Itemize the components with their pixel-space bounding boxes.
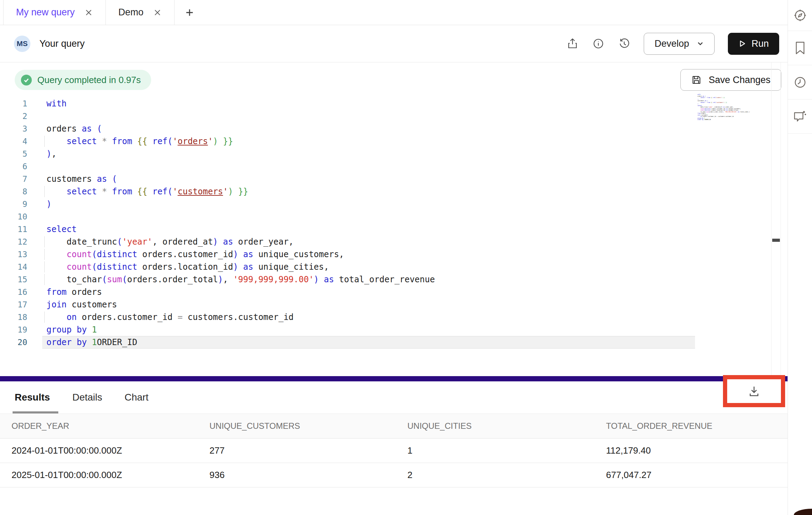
code-line[interactable]: 10	[0, 210, 746, 223]
indent-guide	[44, 312, 45, 323]
code-line[interactable]: 20order by 1ORDER_ID	[0, 336, 746, 349]
run-button[interactable]: Run	[728, 33, 779, 55]
sidebar-item-ai-chat[interactable]	[788, 99, 812, 134]
results-tab-results[interactable]: Results	[15, 381, 50, 413]
code-line[interactable]: 8 select * from {{ ref('customers') }}	[0, 185, 746, 198]
code-line[interactable]: 3orders as (	[0, 122, 746, 135]
line-number: 19	[0, 323, 27, 336]
close-icon[interactable]	[153, 8, 162, 17]
code-token	[233, 187, 238, 196]
plus-icon	[185, 8, 194, 17]
results-table-header: ORDER_YEARUNIQUE_CUSTOMERSUNIQUE_CITIEST…	[0, 413, 788, 439]
right-sidebar	[788, 0, 812, 515]
code-token: ,	[223, 275, 233, 284]
download-results-button[interactable]	[746, 383, 762, 399]
code-token: ,	[51, 149, 56, 159]
line-number: 17	[0, 298, 27, 311]
play-icon	[738, 40, 746, 47]
code-token	[147, 136, 152, 146]
code-line[interactable]: 2	[0, 110, 746, 122]
status-text: Query completed in 0.97s	[37, 75, 141, 85]
panel-divider-bar	[0, 376, 788, 381]
code-token: from	[46, 287, 67, 297]
code-token	[132, 136, 137, 146]
run-label: Run	[752, 38, 769, 49]
code-line[interactable]: 4 select * from {{ ref('orders') }}	[0, 135, 746, 148]
code-line[interactable]: 11select	[0, 223, 746, 236]
table-cell: 2024-01-01T00:00:00.000Z	[12, 445, 209, 456]
code-token	[87, 337, 92, 347]
code-token: orders	[67, 287, 102, 297]
code-token: customers.customer_id	[717, 115, 733, 117]
line-number: 8	[0, 185, 27, 198]
results-tab-details[interactable]: Details	[72, 381, 102, 413]
info-button[interactable]	[592, 37, 605, 50]
line-number: 3	[0, 122, 27, 135]
query-tab[interactable]: Demo	[106, 0, 175, 25]
code-token	[107, 136, 112, 146]
code-token: }}	[238, 187, 248, 196]
indent-guide	[44, 274, 45, 285]
code-token: from	[112, 136, 132, 146]
code-token: 1	[92, 325, 97, 335]
code-line[interactable]: 14 count(distinct orders.location_id) as…	[0, 261, 746, 273]
code-token: to_char	[46, 275, 102, 284]
code-line[interactable]: 9)	[0, 198, 746, 210]
download-icon	[748, 385, 760, 397]
code-line[interactable]: 16from orders	[0, 286, 746, 298]
code-line[interactable]: 12 date_trunc('year', ordered_at) as ord…	[0, 236, 746, 248]
code-token: count	[67, 249, 92, 259]
code-token	[46, 136, 67, 146]
code-token: select	[700, 102, 705, 103]
code-token: {{	[137, 136, 147, 146]
close-icon[interactable]	[84, 8, 93, 17]
code-line[interactable]: 19group by 1	[0, 323, 746, 336]
history-button[interactable]	[618, 37, 630, 50]
code-line[interactable]: 17join customers	[0, 298, 746, 311]
column-header: ORDER_YEAR	[12, 421, 209, 431]
code-line[interactable]: 13 count(distinct orders.customer_id) as…	[0, 248, 746, 261]
code-token: as	[243, 262, 253, 272]
editor-minimap[interactable]: withorders as ( select * from {{ ref('or…	[697, 94, 750, 132]
save-changes-button[interactable]: Save Changes	[680, 69, 781, 91]
code-token: =	[178, 312, 183, 322]
code-token: from	[112, 187, 132, 196]
editor-scrollbar-thumb[interactable]	[772, 239, 780, 242]
sql-editor[interactable]: Query completed in 0.97s Save Changes 1w…	[0, 62, 788, 376]
code-token: ORDER_ID	[705, 119, 711, 120]
code-token	[46, 262, 67, 272]
code-line[interactable]: 6	[0, 160, 746, 173]
code-line[interactable]: 7customers as (	[0, 173, 746, 185]
develop-dropdown[interactable]: Develop	[644, 33, 715, 55]
line-number: 7	[0, 173, 27, 185]
code-line[interactable]: 1with	[0, 97, 746, 110]
code-token: order by	[697, 119, 703, 120]
sidebar-item-explore[interactable]	[788, 0, 812, 31]
code-line[interactable]: 5),	[0, 148, 746, 160]
code-line[interactable]: 15 to_char(sum(orders.order_total), '999…	[0, 273, 746, 286]
page-title: Your query	[39, 38, 85, 49]
code-lines[interactable]: 1with23orders as (4 select * from {{ ref…	[0, 97, 746, 349]
code-token: '	[172, 136, 177, 146]
code-token	[107, 174, 112, 184]
results-table-body: 2024-01-01T00:00:00.000Z2771112,179.4020…	[0, 439, 788, 487]
code-token	[97, 136, 102, 146]
header-actions: Develop Run	[566, 33, 779, 55]
code-token: customers	[178, 187, 223, 196]
code-line[interactable]: 18 on orders.customer_id = customers.cus…	[0, 311, 746, 323]
sidebar-item-bookmarks[interactable]	[788, 31, 812, 65]
code-token: customers.customer_id	[183, 312, 294, 322]
main-column: My new queryDemo MS Your query	[0, 0, 788, 515]
new-tab-button[interactable]	[175, 0, 205, 25]
code-token	[218, 136, 223, 146]
share-button[interactable]	[566, 37, 579, 50]
code-token: select	[67, 136, 97, 146]
table-cell: 2	[407, 470, 606, 480]
code-token	[319, 275, 324, 284]
query-tab[interactable]: My new query	[3, 0, 106, 25]
code-token: )	[314, 275, 319, 284]
results-tab-chart[interactable]: Chart	[125, 381, 148, 413]
sidebar-item-history[interactable]	[788, 65, 812, 99]
code-token: sum	[107, 275, 122, 284]
code-token	[147, 187, 152, 196]
